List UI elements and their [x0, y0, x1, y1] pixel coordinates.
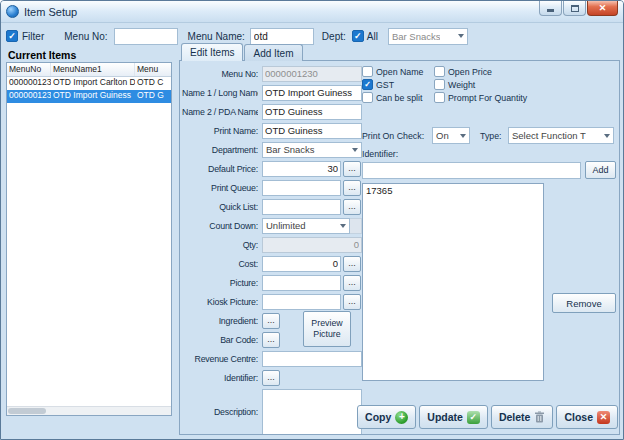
print-queue-ellipsis-button[interactable]: ... [343, 180, 361, 196]
bar-code-label: Bar Code: [182, 335, 258, 345]
identifier-panel-label: Identifier: [362, 149, 398, 159]
window-close-button[interactable]: ✕ [587, 1, 618, 16]
horizontal-scrollbar[interactable] [7, 406, 171, 415]
count-down-label: Count Down: [182, 221, 258, 231]
maximize-button[interactable] [563, 1, 586, 16]
menu-no-field-label: Menu No: [182, 69, 258, 79]
picture-field[interactable] [262, 275, 341, 291]
preview-picture-button[interactable]: Preview Picture [303, 311, 351, 347]
app-icon [6, 5, 19, 18]
picture-label: Picture: [182, 278, 258, 288]
kiosk-picture-label: Kiosk Picture: [182, 297, 258, 307]
gst-checkbox[interactable] [362, 79, 373, 90]
print-queue-label: Print Queue: [182, 183, 258, 193]
bar-code-ellipsis-button[interactable]: ... [262, 332, 280, 348]
open-price-option[interactable]: Open Price [434, 66, 492, 77]
item-form: Menu No: Name 1 / Long Name: Name 2 / PD… [182, 64, 387, 435]
print-on-check-row: Print On Check: On Type: Select Function… [362, 127, 616, 144]
filter-checkbox[interactable] [6, 30, 18, 42]
dept-label: Dept: [322, 31, 346, 42]
identifier-list-item[interactable]: 17365 [363, 184, 543, 197]
kiosk-picture-field[interactable] [262, 294, 341, 310]
type-label: Type: [480, 131, 506, 141]
table-row[interactable]: 0000001230 OTD Import Guiness OTD G [7, 90, 171, 103]
copy-button[interactable]: Copy + [357, 405, 416, 429]
ingredient-label: Ingredient: [182, 316, 258, 326]
default-price-ellipsis-button[interactable]: ... [343, 161, 361, 177]
scrollbar-thumb[interactable] [8, 408, 46, 414]
identifier-ellipsis-button[interactable]: ... [262, 370, 280, 386]
trash-icon [534, 411, 545, 423]
tab-edit-items[interactable]: Edit Items [181, 43, 243, 61]
open-price-checkbox[interactable] [434, 66, 445, 77]
description-label: Description: [182, 407, 258, 417]
menu-name-input[interactable] [250, 28, 314, 45]
add-button[interactable]: Add [585, 161, 616, 179]
chevron-down-icon [458, 34, 464, 38]
count-down-filler [350, 218, 362, 234]
can-be-split-checkbox[interactable] [362, 92, 373, 103]
print-name-field[interactable] [262, 123, 362, 139]
cost-ellipsis-button[interactable]: ... [343, 256, 361, 272]
footer-buttons: Copy + Update ✓ Delete Close ✕ [357, 405, 618, 429]
column-header-menuno[interactable]: MenuNo [7, 63, 51, 76]
ingredient-ellipsis-button[interactable]: ... [262, 313, 280, 329]
current-items-table: MenuNo MenuName1 Menu 0000001231 OTD Imp… [6, 62, 172, 416]
titlebar[interactable]: Item Setup ✕ [1, 1, 623, 23]
picture-ellipsis-button[interactable]: ... [343, 275, 361, 291]
delete-button[interactable]: Delete [491, 405, 554, 429]
name1-label: Name 1 / Long Name: [182, 88, 258, 98]
default-price-field[interactable] [262, 161, 341, 177]
column-header-menuname2[interactable]: Menu [135, 63, 171, 76]
quick-list-ellipsis-button[interactable]: ... [343, 199, 361, 215]
remove-button[interactable]: Remove [552, 293, 616, 313]
menu-no-field [262, 66, 362, 82]
print-queue-field[interactable] [262, 180, 341, 196]
identifier-input[interactable] [362, 162, 581, 179]
weight-option[interactable]: Weight [434, 79, 475, 90]
print-on-check-label: Print On Check: [362, 131, 432, 141]
dept-all-checkbox[interactable] [352, 30, 364, 42]
options-panel: Open Name Open Price GST Weight [362, 65, 616, 431]
window-title: Item Setup [24, 6, 77, 18]
update-button[interactable]: Update ✓ [419, 405, 488, 429]
department-dropdown[interactable]: Bar Snacks [262, 142, 362, 158]
copy-plus-icon: + [395, 411, 408, 424]
tab-add-item[interactable]: Add Item [244, 44, 302, 61]
window-controls: ✕ [538, 1, 618, 22]
table-row[interactable]: 0000001231 OTD Import Carlton Dry OTD C [7, 77, 171, 90]
menu-no-input[interactable] [114, 28, 178, 45]
kiosk-picture-ellipsis-button[interactable]: ... [343, 294, 361, 310]
open-name-checkbox[interactable] [362, 66, 373, 77]
quick-list-field[interactable] [262, 199, 341, 215]
dept-dropdown[interactable]: Bar Snacks [388, 28, 468, 45]
identifier-listbox[interactable]: 17365 [362, 183, 544, 381]
identifier-field-label: Identifier: [182, 373, 258, 383]
prompt-for-quantity-checkbox[interactable] [434, 92, 445, 103]
name1-field[interactable] [262, 85, 362, 101]
item-setup-window: Item Setup ✕ Filter Menu No: Menu Name: … [0, 0, 624, 440]
can-be-split-option[interactable]: Can be split [362, 92, 434, 103]
close-button[interactable]: Close ✕ [556, 405, 618, 429]
open-name-option[interactable]: Open Name [362, 66, 434, 77]
cost-field[interactable] [262, 256, 341, 272]
description-field[interactable] [262, 389, 362, 435]
filter-bar: Filter Menu No: Menu Name: Dept: All Bar… [6, 27, 618, 45]
close-x-icon: ✕ [597, 411, 610, 424]
minimize-icon [547, 9, 554, 12]
print-on-check-dropdown[interactable]: On [432, 127, 470, 144]
type-dropdown[interactable]: Select Function T [508, 127, 614, 144]
quick-list-label: Quick List: [182, 202, 258, 212]
count-down-dropdown[interactable]: Unlimited [262, 218, 350, 234]
tab-strip: Edit Items Add Item [181, 43, 304, 61]
qty-label: Qty: [182, 240, 258, 250]
weight-checkbox[interactable] [434, 79, 445, 90]
column-header-menuname1[interactable]: MenuName1 [51, 63, 135, 76]
minimize-button[interactable] [539, 1, 562, 16]
revenue-centre-field[interactable] [262, 351, 362, 367]
prompt-for-quantity-option[interactable]: Prompt For Quantity [434, 92, 527, 103]
name2-field[interactable] [262, 104, 362, 120]
filter-label: Filter [22, 31, 44, 42]
identifier-add-row: Add [362, 161, 616, 179]
gst-option[interactable]: GST [362, 79, 434, 90]
